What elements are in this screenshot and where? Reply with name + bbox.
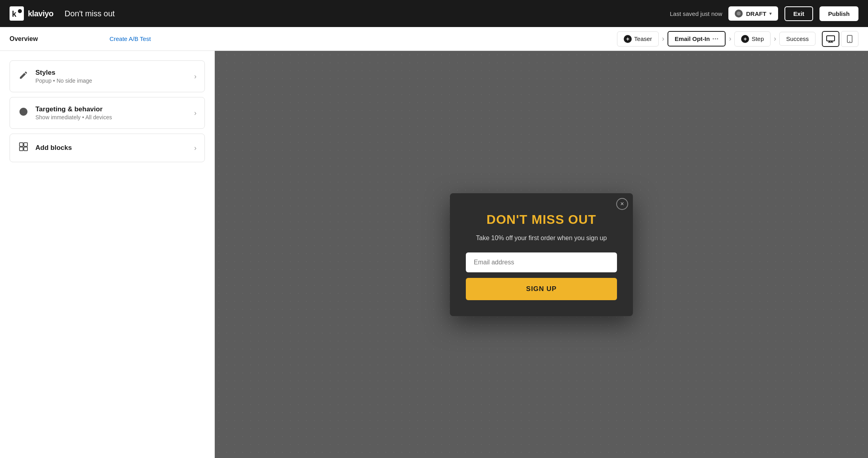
second-bar: Overview Create A/B Test + Teaser › Emai… <box>0 27 868 51</box>
targeting-card-title: Targeting & behavior <box>35 105 188 113</box>
nav-title: Don't miss out <box>64 9 115 18</box>
styles-icon <box>18 70 29 82</box>
chevron-down-icon: ▾ <box>769 11 772 16</box>
add-blocks-icon <box>18 142 29 154</box>
popup-title: DON'T MISS OUT <box>466 212 617 227</box>
svg-point-7 <box>849 41 850 41</box>
overview-label: Overview <box>10 35 38 43</box>
chevron-right-icon-3: › <box>194 144 197 152</box>
chevron-right-icon: › <box>194 72 197 81</box>
exit-button[interactable]: Exit <box>784 6 813 21</box>
targeting-card-text: Targeting & behavior Show immediately • … <box>35 105 188 120</box>
main-content: Styles Popup • No side image › Targeting… <box>0 51 868 458</box>
step-arrow-1: › <box>662 35 664 43</box>
draft-label: DRAFT <box>746 10 766 17</box>
plus-icon: + <box>624 35 632 43</box>
add-blocks-card[interactable]: Add blocks › <box>10 134 205 162</box>
step-success[interactable]: Success <box>779 32 815 46</box>
svg-rect-11 <box>24 147 27 151</box>
step-teaser-label: Teaser <box>634 35 652 42</box>
chevron-right-icon-2: › <box>194 109 197 117</box>
email-input[interactable] <box>466 252 617 272</box>
add-blocks-card-text: Add blocks <box>35 144 188 152</box>
popup-close-button[interactable]: × <box>616 198 628 210</box>
styles-card-subtitle: Popup • No side image <box>35 78 188 84</box>
logo-wordmark: klaviyo <box>28 9 53 18</box>
svg-point-1 <box>18 9 22 13</box>
desktop-view-button[interactable] <box>822 31 839 47</box>
svg-rect-8 <box>19 143 23 146</box>
more-options-icon[interactable]: ⋯ <box>712 35 718 43</box>
step-success-label: Success <box>786 35 809 42</box>
sign-up-button[interactable]: SIGN UP <box>466 278 617 300</box>
step-teaser[interactable]: + Teaser <box>617 31 659 47</box>
step-nav: + Teaser › Email Opt-In ⋯ › + Step › Suc… <box>617 31 815 47</box>
styles-card[interactable]: Styles Popup • No side image › <box>10 60 205 92</box>
add-blocks-card-title: Add blocks <box>35 144 188 152</box>
styles-card-text: Styles Popup • No side image <box>35 69 188 84</box>
step-arrow-2: › <box>729 35 731 43</box>
step-step[interactable]: + Step <box>734 31 771 47</box>
step-step-label: Step <box>751 35 764 42</box>
create-ab-test-link[interactable]: Create A/B Test <box>109 35 151 42</box>
step-email-opt-in[interactable]: Email Opt-In ⋯ <box>668 31 726 47</box>
logo: k klaviyo <box>10 6 53 21</box>
svg-rect-2 <box>827 36 835 41</box>
targeting-card[interactable]: Targeting & behavior Show immediately • … <box>10 97 205 129</box>
styles-card-title: Styles <box>35 69 188 77</box>
popup-modal: × DON'T MISS OUT Take 10% off your first… <box>450 193 633 316</box>
draft-button[interactable]: DRAFT ▾ <box>728 6 778 21</box>
step-email-opt-in-label: Email Opt-In <box>675 35 710 42</box>
plus-icon-2: + <box>741 35 749 43</box>
logo-icon: k <box>10 6 24 21</box>
publish-button[interactable]: Publish <box>819 6 858 21</box>
targeting-icon <box>18 107 29 119</box>
top-nav: k klaviyo Don't miss out Last saved just… <box>0 0 868 27</box>
targeting-card-subtitle: Show immediately • All devices <box>35 114 188 120</box>
close-icon: × <box>620 200 624 208</box>
step-arrow-3: › <box>774 35 776 43</box>
svg-text:k: k <box>12 10 17 18</box>
view-icons <box>822 31 858 47</box>
draft-status-icon <box>735 10 743 17</box>
save-status: Last saved just now <box>670 10 722 17</box>
left-panel: Styles Popup • No side image › Targeting… <box>0 51 215 458</box>
mobile-view-button[interactable] <box>841 31 858 47</box>
popup-subtitle: Take 10% off your first order when you s… <box>466 233 617 243</box>
preview-area: × DON'T MISS OUT Take 10% off your first… <box>215 51 868 458</box>
svg-rect-10 <box>19 147 23 151</box>
svg-rect-9 <box>24 143 27 146</box>
